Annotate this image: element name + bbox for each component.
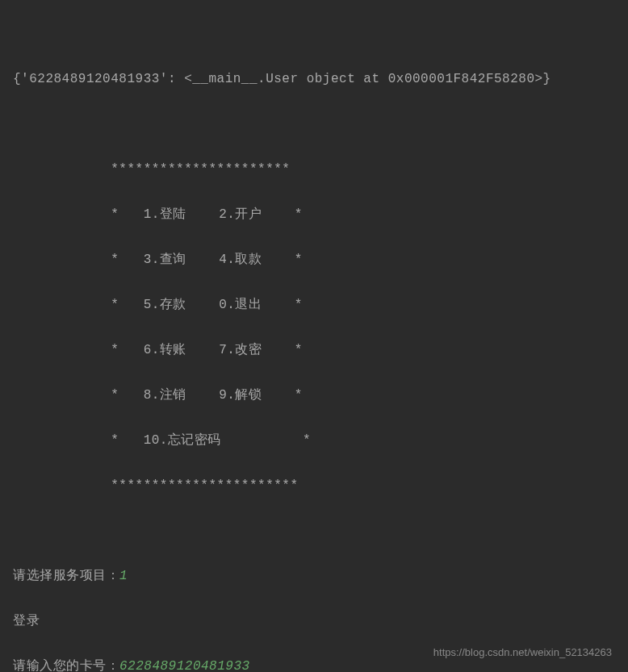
menu-border-bottom: *********************** <box>13 474 615 497</box>
blank-line <box>13 113 615 136</box>
dict-output: {'6228489120481933': <__main__.User obje… <box>13 68 615 90</box>
prompt-service: 请选择服务项目：1 <box>13 565 615 587</box>
menu-row-3: * 5.存款 0.退出 * <box>13 294 615 316</box>
watermark-url: https://blog.csdn.net/weixin_52134263 <box>433 644 612 662</box>
menu-row-4: * 6.转账 7.改密 * <box>13 339 615 361</box>
terminal-output: {'6228489120481933': <__main__.User obje… <box>13 0 615 672</box>
output-line <box>13 23 615 45</box>
menu-border-top: ********************** <box>13 158 615 181</box>
menu-row-5: * 8.注销 9.解锁 * <box>13 384 615 407</box>
blank-line <box>13 520 615 542</box>
menu-row-1: * 1.登陆 2.开户 * <box>13 203 615 226</box>
user-input-card: 6228489120481933 <box>119 659 250 672</box>
user-input-service: 1 <box>119 569 128 583</box>
menu-row-2: * 3.查询 4.取款 * <box>13 248 615 271</box>
login-label: 登录 <box>13 610 615 632</box>
menu-row-6: * 10.忘记密码 * <box>13 429 615 452</box>
